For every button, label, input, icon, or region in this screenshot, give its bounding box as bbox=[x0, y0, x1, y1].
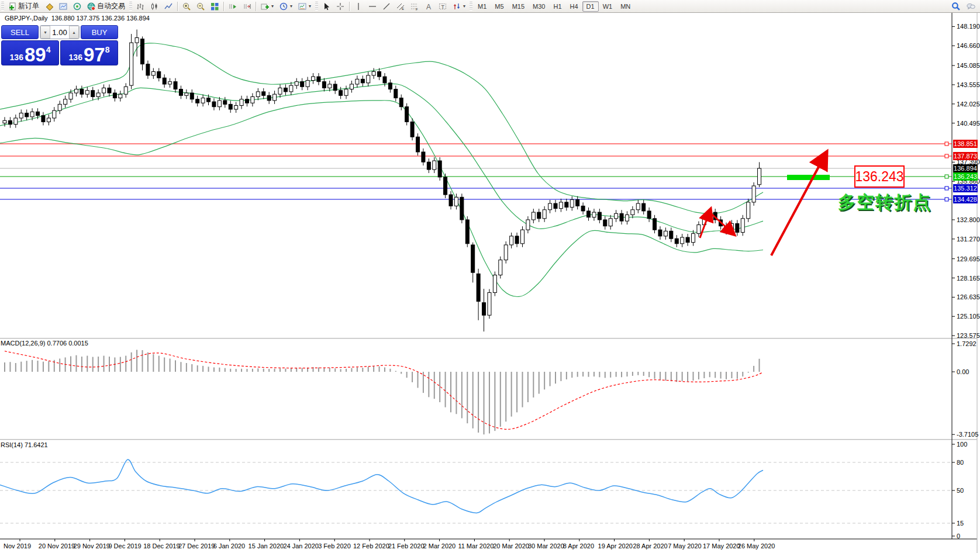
sell-price-main: 89 bbox=[25, 47, 46, 63]
search-icon[interactable] bbox=[951, 2, 960, 11]
vline-button[interactable] bbox=[351, 0, 365, 13]
timeframe-button-h1[interactable]: H1 bbox=[549, 1, 565, 12]
autoscroll-button[interactable] bbox=[226, 0, 240, 13]
level-marker[interactable] bbox=[945, 142, 948, 146]
crosshair-button[interactable] bbox=[333, 0, 347, 13]
shiftend-icon bbox=[243, 2, 251, 11]
timeframe-button-d1[interactable]: D1 bbox=[582, 1, 599, 12]
volume-down-button[interactable]: ▾ bbox=[40, 26, 50, 39]
candle-body bbox=[19, 113, 23, 118]
timeframe-button-m5[interactable]: M5 bbox=[491, 1, 508, 12]
macd-scale-label: -3.7105 bbox=[957, 431, 978, 438]
shiftend-button[interactable] bbox=[240, 0, 254, 13]
autotrade-button[interactable]: 自动交易 bbox=[84, 0, 128, 13]
candle-body bbox=[697, 225, 701, 234]
axis-tick-label: 128.165 bbox=[957, 275, 980, 282]
candle-body bbox=[587, 211, 591, 217]
rsi-line bbox=[0, 459, 763, 513]
timeframe-button-h4[interactable]: H4 bbox=[566, 1, 582, 12]
candle-body bbox=[636, 203, 640, 210]
timeframe-button-m1[interactable]: M1 bbox=[474, 1, 491, 12]
buy-button[interactable]: BUY bbox=[81, 25, 118, 39]
axis-tick-label: 131.270 bbox=[957, 236, 980, 243]
chevron-down-icon: ▾ bbox=[290, 4, 292, 9]
timeframe-button-m30[interactable]: M30 bbox=[529, 1, 549, 12]
sell-price-panel[interactable]: 136 89 4 bbox=[1, 40, 59, 65]
community-chat-icon[interactable] bbox=[966, 2, 975, 11]
green-highlight-bar[interactable] bbox=[787, 175, 830, 180]
trend-arrow[interactable] bbox=[771, 155, 825, 255]
level-marker[interactable] bbox=[945, 198, 948, 201]
candlestick-series bbox=[3, 30, 761, 332]
rsi-scale-label: 15 bbox=[957, 520, 964, 527]
candle-body bbox=[262, 92, 265, 95]
chart-canvas[interactable]: 148.190146.660145.085143.555142.025140.4… bbox=[0, 0, 980, 553]
indicators-button[interactable]: ▾ bbox=[258, 0, 277, 13]
candle-body bbox=[196, 99, 199, 103]
level-marker[interactable] bbox=[945, 154, 948, 158]
template-button[interactable]: ▾ bbox=[295, 0, 314, 13]
date-label: 20 Nov 2019 bbox=[39, 542, 75, 549]
date-label: 20 Mar 2020 bbox=[493, 542, 529, 549]
bars-button[interactable] bbox=[133, 0, 147, 13]
turning-point-annotation[interactable]: 多空转折点 bbox=[838, 191, 931, 215]
candle-body bbox=[647, 211, 651, 219]
candles-button[interactable] bbox=[147, 0, 161, 13]
new-order-button[interactable]: 新订单 bbox=[5, 0, 42, 13]
cube-button[interactable] bbox=[42, 0, 56, 13]
charts-button[interactable] bbox=[56, 0, 70, 13]
channel-button[interactable]: E bbox=[394, 0, 408, 13]
arrows-icon bbox=[453, 2, 461, 11]
arrows-button[interactable]: ▾ bbox=[450, 0, 468, 13]
axis-tick-label: 143.555 bbox=[957, 81, 980, 88]
volume-up-button[interactable]: ▴ bbox=[69, 26, 79, 39]
candle-body bbox=[317, 77, 320, 82]
timeframe-button-m15[interactable]: M15 bbox=[508, 1, 529, 12]
zoomin-button[interactable] bbox=[180, 0, 194, 13]
timeframe-button-w1[interactable]: W1 bbox=[599, 1, 617, 12]
candle-body bbox=[554, 203, 557, 209]
macd-panel bbox=[5, 350, 763, 434]
volume-input[interactable]: 1.00 bbox=[50, 26, 69, 39]
zigzag-arrow[interactable] bbox=[700, 211, 710, 238]
candle-body bbox=[620, 213, 623, 221]
candle-body bbox=[267, 95, 271, 101]
candle-body bbox=[212, 102, 216, 107]
buy-price-panel[interactable]: 136 97 8 bbox=[60, 40, 118, 65]
hline-button[interactable] bbox=[365, 0, 379, 13]
fibo-button[interactable]: F bbox=[408, 0, 422, 13]
candle-body bbox=[58, 104, 61, 110]
candle-body bbox=[130, 43, 133, 85]
candle-body bbox=[477, 274, 480, 301]
macd-signal-line bbox=[5, 351, 763, 430]
tile-button[interactable] bbox=[208, 0, 222, 13]
level-marker[interactable] bbox=[945, 186, 948, 190]
signal-button[interactable] bbox=[70, 0, 84, 13]
level-marker[interactable] bbox=[945, 175, 948, 178]
symbol-period-label: GBPJPY-,Daily bbox=[5, 15, 48, 22]
date-label: 12 Feb 2020 bbox=[353, 542, 389, 549]
cursor-button[interactable] bbox=[319, 0, 333, 13]
candle-body bbox=[356, 79, 359, 84]
crosshair-icon bbox=[336, 2, 344, 11]
candle-body bbox=[372, 72, 375, 75]
linechart-button[interactable] bbox=[161, 0, 175, 13]
cursor-icon bbox=[322, 2, 330, 11]
vline-icon bbox=[354, 2, 363, 11]
zoomout-button[interactable] bbox=[194, 0, 208, 13]
textT-button[interactable]: T bbox=[436, 0, 450, 13]
textA-button[interactable]: A bbox=[422, 0, 436, 13]
candle-body bbox=[168, 82, 172, 84]
candle-body bbox=[223, 101, 227, 104]
timeframe-button-mn[interactable]: MN bbox=[616, 1, 634, 12]
candle-body bbox=[427, 162, 430, 170]
hline-icon bbox=[368, 2, 377, 11]
periods-button[interactable]: ▾ bbox=[277, 0, 295, 13]
candle-body bbox=[741, 219, 744, 233]
trendline-button[interactable] bbox=[379, 0, 394, 13]
sell-button[interactable]: SELL bbox=[1, 25, 39, 39]
candle-body bbox=[631, 210, 634, 215]
candle-body bbox=[576, 200, 579, 206]
candle-body bbox=[69, 93, 73, 99]
price-annotation-box[interactable]: 136.243 bbox=[854, 165, 905, 188]
